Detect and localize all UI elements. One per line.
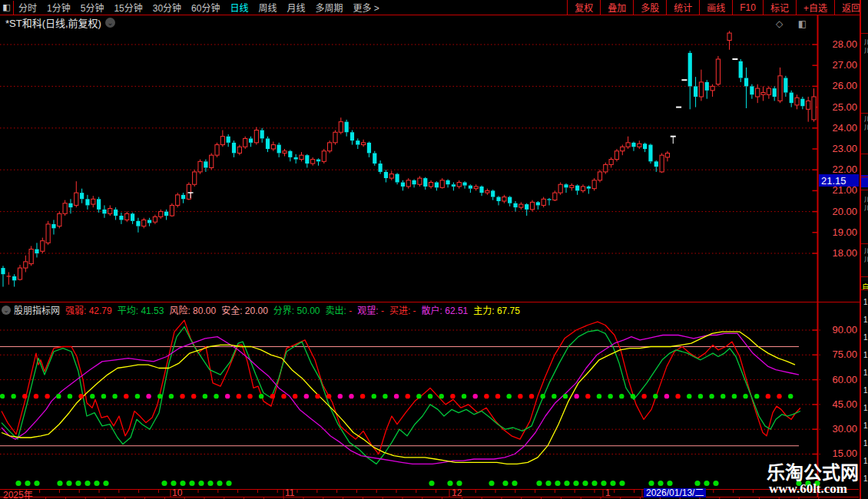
indicator-line-red [2,320,800,454]
watermark: 乐淘公式网 www.60lt.com [767,464,859,496]
signal-dot-row [0,394,793,398]
svg-text:30.00: 30.00 [832,423,857,435]
bottom-dot-row [15,481,820,486]
svg-text:45.00: 45.00 [832,398,857,410]
indicator-field-6: 观望: - [357,306,384,316]
svg-text:23.00: 23.00 [832,143,857,154]
quote-panel-digit: 1 [863,439,868,448]
indicator-field-3: 安全: 20.00 [221,306,268,316]
svg-text:24.00: 24.00 [832,122,857,134]
quote-panel-digit: 1 [863,351,868,359]
indicator-field-8: 散户: 62.51 [422,306,469,316]
chart-title: *ST和科(日线,前复权) [5,15,101,30]
indicator-field-9: 主力: 67.75 [473,306,520,316]
timeline-label-3: 12 [452,487,462,498]
timeline-axis[interactable]: 2025年10111212026/01/13/二 [0,489,868,497]
chevron-down-icon[interactable]: ⌄ [105,18,115,28]
quote-panel-digit: 1 [863,298,868,306]
svg-text:15.00: 15.00 [832,448,857,459]
svg-text:60.00: 60.00 [832,374,857,385]
svg-text:19.00: 19.00 [832,226,857,238]
svg-text:75.00: 75.00 [832,349,857,360]
cropped-quote-panel: 自 11111111111川川川川川川川川 [860,0,868,499]
svg-text:27.00: 27.00 [832,59,857,71]
indicator-values: 强弱: 42.79平均: 41.53风险: 80.00安全: 20.00分界: … [65,303,525,316]
quote-panel-digit: 1 [863,421,868,430]
timeline-label-2: 11 [285,487,294,498]
quote-panel-digit: 1 [863,404,868,412]
indicator-field-7: 买进: - [389,306,416,316]
indicator-header: ⌄ 股朋指标网 强弱: 42.79平均: 41.53风险: 80.00安全: 2… [2,304,525,316]
indicator-field-0: 强弱: 42.79 [65,306,112,316]
timeline-label-4: 1 [605,487,611,498]
quote-panel-digit: 1 [863,368,868,377]
indicator-field-4: 分界: 50.00 [273,306,320,316]
watermark-url: www.60lt.com [769,482,859,495]
quote-panel-digit: 1 [863,474,868,483]
indicator-line-magenta [2,333,799,464]
quote-panel-digit: 1 [863,457,868,465]
candles [1,31,816,286]
svg-text:28.00: 28.00 [832,38,857,50]
chart-title-row: *ST和科(日线,前复权) ⌄ [5,16,115,28]
timeline-label-1: 10 [172,487,182,498]
watermark-site-name: 乐淘公式网 [767,464,859,482]
indicator-line-yellow [2,332,795,464]
indicator-field-5: 卖出: - [326,306,353,316]
svg-text:90.00: 90.00 [832,324,857,335]
quote-panel-digit: 1 [863,386,868,395]
chart-corner-icons[interactable]: ◇ ◧ [776,18,813,29]
indicator-panel: 90.0075.0060.0045.0030.0015.00 [0,320,857,464]
chevron-down-icon[interactable]: ⌄ [2,306,11,315]
indicator-field-2: 风险: 80.00 [169,306,216,316]
svg-text:20.00: 20.00 [832,206,857,217]
current-price-box: 21.15 [819,174,859,187]
price-axis: 28.0027.0026.0025.0024.0023.0022.0021.00… [813,38,858,259]
svg-text:25.00: 25.00 [832,101,857,113]
timeline-date-highlight: 2026/01/13/二 [644,488,706,497]
quote-panel-digit: 1 [863,333,868,342]
quote-panel-digit: 1 [863,316,868,324]
svg-text:22.00: 22.00 [832,164,857,175]
stock-app-window: ◧ 分时1分钟5分钟15分钟30分钟60分钟日线周线月线多周期更多 > 复权叠加… [0,0,868,499]
indicator-field-1: 平均: 41.53 [118,306,164,316]
svg-text:26.00: 26.00 [832,80,857,91]
svg-text:21.15: 21.15 [821,175,846,187]
indicator-source-label[interactable]: 股朋指标网 [14,303,60,316]
timeline-label-0: 2025年 [3,487,33,499]
chart-canvas[interactable]: 28.0027.0026.0025.0024.0023.0022.0021.00… [0,0,868,499]
main-gridlines [0,45,816,253]
svg-text:18.00: 18.00 [832,247,857,259]
